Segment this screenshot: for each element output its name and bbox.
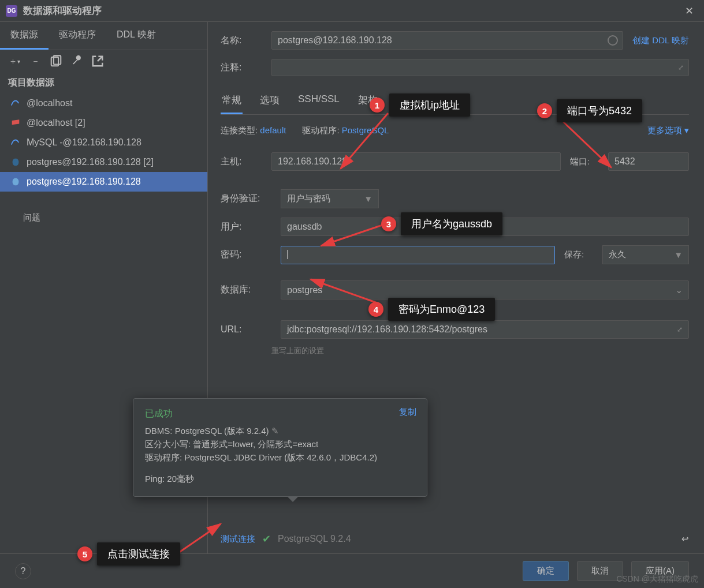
watermark: CSDN @大猪猪吃虎虎 (616, 574, 698, 585)
driver-value[interactable]: PostgreSQL (342, 125, 389, 135)
test-connection-link[interactable]: 测试连接 (221, 534, 255, 545)
success-popup: 已成功 复制 DBMS: PostgreSQL (版本 9.2.4) ✎ 区分大… (133, 398, 427, 497)
tab-drivers[interactable]: 驱动程序 (49, 22, 106, 50)
window-title: 数据源和驱动程序 (23, 4, 102, 17)
color-circle-icon[interactable] (608, 35, 618, 46)
sidebar-tabs: 数据源 驱动程序 DDL 映射 (0, 22, 207, 50)
chevron-down-icon: ▾ (684, 125, 689, 135)
password-input[interactable] (281, 246, 555, 264)
ds-label: postgres@192.168.190.128 (27, 177, 141, 187)
chevron-down-icon: ▼ (364, 194, 373, 204)
database-label: 数据库: (221, 284, 271, 296)
remove-icon[interactable]: － (29, 55, 42, 68)
ds-item-selected[interactable]: postgres@192.168.190.128 (0, 172, 207, 192)
tab-options[interactable]: 选项 (259, 89, 281, 114)
user-label: 用户: (221, 221, 271, 233)
password-label: 密码: (221, 249, 271, 261)
port-label: 端口: (570, 156, 599, 167)
popup-line: 驱动程序: PostgreSQL JDBC Driver (版本 42.6.0，… (145, 452, 415, 463)
database-input[interactable]: postgres ⌄ (281, 280, 689, 299)
tab-ddl-mapping[interactable]: DDL 映射 (106, 22, 166, 50)
revert-icon[interactable]: ↩ (681, 534, 689, 544)
auth-select[interactable]: 用户与密码 ▼ (281, 189, 379, 208)
expand-icon[interactable]: ⤢ (678, 63, 684, 72)
titlebar: DG 数据源和驱动程序 ✕ (0, 0, 704, 22)
tab-general[interactable]: 常规 (221, 89, 243, 114)
postgresql-icon (10, 177, 21, 187)
popup-line: DBMS: PostgreSQL (版本 9.2.4) ✎ (145, 426, 415, 437)
check-icon: ✔ (262, 533, 271, 545)
copy-icon[interactable] (50, 55, 62, 68)
ds-label: postgres@192.168.190.128 [2] (27, 157, 154, 167)
ds-label: MySQL -@192.168.190.128 (27, 137, 141, 148)
url-hint: 重写上面的设置 (271, 346, 689, 356)
tab-datasources[interactable]: 数据源 (0, 22, 49, 50)
popup-line: 区分大小写: 普通形式=lower, 分隔形式=exact (145, 439, 415, 450)
save-label: 保存: (564, 249, 593, 260)
name-input[interactable]: postgres@192.168.190.128 (271, 31, 623, 50)
port-input[interactable]: 5432 (608, 152, 689, 171)
bottombar: ? 确定 取消 应用(A) (0, 553, 704, 588)
conn-type-value[interactable]: default (260, 125, 286, 135)
connection-tabs: 常规 选项 SSH/SSL 架构 高级 (221, 89, 689, 115)
comment-input[interactable]: ⤢ (271, 59, 689, 76)
more-options-link[interactable]: 更多选项 ▾ (647, 125, 689, 136)
expand-icon[interactable]: ⤢ (677, 325, 683, 334)
conn-type-label: 连接类型: (221, 125, 258, 135)
sidebar-toolbar: ＋▾ － (0, 50, 207, 72)
success-label: 已成功 (145, 408, 415, 420)
save-select[interactable]: 永久 ▼ (602, 245, 689, 264)
external-icon[interactable] (91, 55, 104, 68)
ok-button[interactable]: 确定 (523, 561, 569, 581)
app-icon: DG (6, 5, 17, 17)
ds-label: @localhost [2] (27, 118, 85, 128)
ds-label: @localhost (27, 98, 72, 108)
ds-item[interactable]: postgres@192.168.190.128 [2] (0, 152, 207, 172)
version-text: PostgreSQL 9.2.4 (278, 534, 351, 544)
mysql-icon (10, 98, 21, 108)
copy-link[interactable]: 复制 (399, 407, 416, 418)
ds-item[interactable]: @localhost (0, 93, 207, 113)
wrench-icon[interactable] (70, 55, 83, 68)
comment-label: 注释: (221, 62, 262, 74)
mysql-icon (10, 137, 21, 148)
chevron-down-icon[interactable]: ⌄ (675, 284, 683, 295)
host-label: 主机: (221, 156, 262, 168)
redis-icon (10, 118, 21, 128)
popup-ping: Ping: 20毫秒 (145, 474, 415, 485)
help-icon[interactable]: ? (15, 563, 31, 579)
url-input[interactable]: jdbc:postgresql://192.168.190.128:5432/p… (281, 320, 689, 339)
auth-label: 身份验证: (221, 193, 271, 205)
create-ddl-link[interactable]: 创建 DDL 映射 (632, 35, 689, 46)
tab-schemas[interactable]: 架构 (357, 89, 379, 114)
user-input[interactable]: gaussdb (281, 218, 689, 236)
tab-ssh-ssl[interactable]: SSH/SSL (297, 89, 341, 114)
host-input[interactable]: 192.168.190.128 (271, 152, 561, 171)
add-icon[interactable]: ＋▾ (8, 55, 21, 68)
close-icon[interactable]: ✕ (680, 2, 698, 20)
tab-advanced[interactable]: 高级 (395, 89, 417, 114)
sidebar-problems[interactable]: 问题 (0, 192, 207, 244)
svg-rect-2 (12, 119, 20, 125)
driver-label: 驱动程序: (302, 125, 339, 135)
postgresql-icon (10, 157, 21, 167)
section-header: 项目数据源 (0, 72, 207, 93)
pencil-icon[interactable]: ✎ (271, 426, 279, 436)
ds-item[interactable]: @localhost [2] (0, 113, 207, 133)
url-label: URL: (221, 324, 271, 335)
name-label: 名称: (221, 35, 262, 47)
chevron-down-icon: ▼ (674, 250, 683, 260)
ds-item[interactable]: MySQL -@192.168.190.128 (0, 133, 207, 152)
